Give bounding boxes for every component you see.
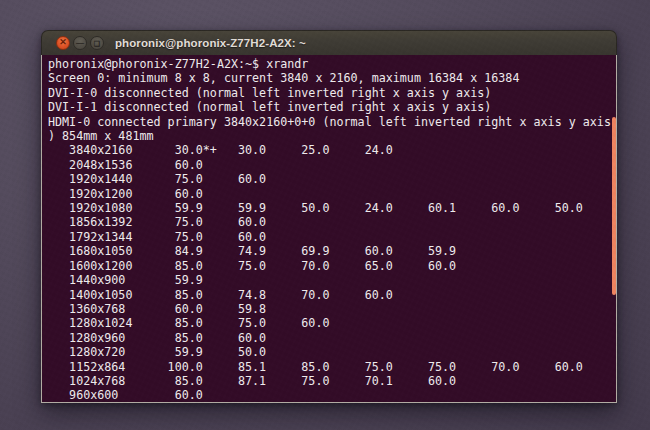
scrollbar-thumb[interactable] [612,117,616,295]
window-controls: ✕ — ❑ [56,36,104,50]
close-icon: ✕ [59,38,67,47]
maximize-button[interactable]: ❑ [90,36,104,50]
maximize-icon: ❑ [94,40,100,47]
minimize-icon: — [76,39,84,47]
titlebar[interactable]: ✕ — ❑ phoronix@phoronix-Z77H2-A2X: ~ [41,30,617,55]
terminal-content[interactable]: phoronix@phoronix-Z77H2-A2X:~$ xrandr Sc… [41,55,617,403]
close-button[interactable]: ✕ [56,36,70,50]
minimize-button[interactable]: — [73,36,87,50]
window-title: phoronix@phoronix-Z77H2-A2X: ~ [115,37,306,49]
terminal-window: ✕ — ❑ phoronix@phoronix-Z77H2-A2X: ~ pho… [41,30,617,403]
desktop-background: ✕ — ❑ phoronix@phoronix-Z77H2-A2X: ~ pho… [0,0,650,430]
terminal-output: phoronix@phoronix-Z77H2-A2X:~$ xrandr Sc… [42,55,616,403]
